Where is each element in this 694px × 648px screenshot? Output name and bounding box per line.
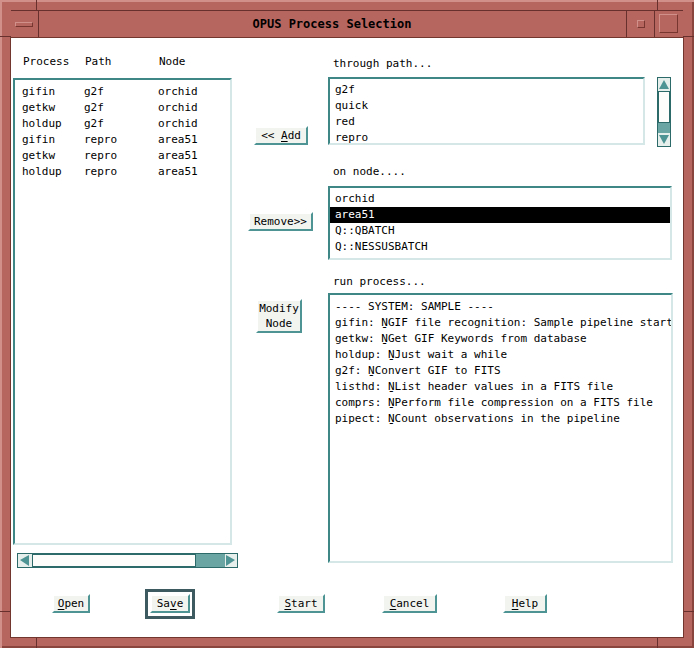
through-path-vscrollbar[interactable] xyxy=(657,77,671,147)
process-list[interactable]: gifing2forchidgetkwg2forchidholdupg2forc… xyxy=(13,78,232,545)
list-item[interactable]: pipect: ṈCount observations in the pipel… xyxy=(330,411,671,427)
minimize-button[interactable] xyxy=(626,11,655,37)
column-header-process: Process xyxy=(23,56,69,68)
cancel-button[interactable]: Cancel xyxy=(382,594,437,613)
scroll-up-icon[interactable] xyxy=(659,80,669,89)
process-row[interactable]: gifinreproarea51 xyxy=(15,132,230,148)
through-path-list[interactable]: g2fquickredrepro xyxy=(328,77,645,145)
run-process-list[interactable]: ---- SYSTEM: SAMPLE ----gifin: ṈGIF file… xyxy=(328,293,673,563)
list-item[interactable]: Q::NESSUSBATCH xyxy=(330,239,670,255)
list-item[interactable]: getkw: ṈGet GIF Keywords from database xyxy=(330,331,671,347)
process-row[interactable]: holdupg2forchid xyxy=(15,116,230,132)
help-button[interactable]: Help xyxy=(503,594,547,613)
hscroll-thumb[interactable] xyxy=(32,554,196,567)
scroll-left-icon[interactable] xyxy=(20,555,29,566)
vscroll-thumb[interactable] xyxy=(658,91,670,123)
column-header-node: Node xyxy=(159,56,186,68)
maximize-icon xyxy=(659,14,678,33)
frame-notch xyxy=(683,36,694,37)
process-list-hscrollbar[interactable] xyxy=(17,553,238,568)
process-row[interactable]: gifing2forchid xyxy=(15,84,230,100)
process-row[interactable]: getkwg2forchid xyxy=(15,100,230,116)
list-item[interactable]: orchid xyxy=(330,191,670,207)
scroll-right-icon[interactable] xyxy=(226,555,235,566)
run-list-rows: ---- SYSTEM: SAMPLE ----gifin: ṈGIF file… xyxy=(330,295,671,427)
list-item[interactable]: comprs: ṈPerform file compression on a F… xyxy=(330,395,671,411)
window-title: OPUS Process Selection xyxy=(0,11,668,37)
list-item[interactable]: repro xyxy=(330,130,643,145)
list-item[interactable]: listhd: ṈList header values in a FITS fi… xyxy=(330,379,671,395)
run-process-label: run process... xyxy=(333,276,426,288)
column-header-path: Path xyxy=(85,56,112,68)
list-item[interactable]: red xyxy=(330,114,643,130)
on-node-list[interactable]: orchidarea51Q::QBATCHQ::NESSUSBATCH xyxy=(328,186,672,260)
list-item[interactable]: gifin: ṈGIF file recognition: Sample pip… xyxy=(330,315,671,331)
frame-notch xyxy=(657,637,658,648)
minimize-icon xyxy=(637,20,645,28)
list-item[interactable]: ---- SYSTEM: SAMPLE ---- xyxy=(330,299,671,315)
through-path-label: through path... xyxy=(333,58,432,70)
on-node-label: on node.... xyxy=(333,166,406,178)
frame-notch xyxy=(683,611,694,612)
process-row[interactable]: getkwreproarea51 xyxy=(15,148,230,164)
list-item[interactable]: area51 xyxy=(330,207,670,223)
process-list-rows: gifing2forchidgetkwg2forchidholdupg2forc… xyxy=(15,80,230,180)
list-item[interactable]: g2f: ṈConvert GIF to FITS xyxy=(330,363,671,379)
process-row[interactable]: holdupreproarea51 xyxy=(15,164,230,180)
add-button[interactable]: << Add xyxy=(254,126,308,145)
start-button[interactable]: Start xyxy=(277,594,325,613)
titlebar[interactable]: OPUS Process Selection xyxy=(11,10,683,38)
list-item[interactable]: Q::QBATCH xyxy=(330,223,670,239)
list-item[interactable]: holdup: ṈJust wait a while xyxy=(330,347,671,363)
save-button[interactable]: Save xyxy=(150,594,190,613)
open-button[interactable]: Open xyxy=(52,594,90,613)
modify-node-button[interactable]: Modify Node xyxy=(256,299,302,333)
through-list-rows: g2fquickredrepro xyxy=(330,79,643,145)
maximize-button[interactable] xyxy=(654,11,683,37)
list-item[interactable]: g2f xyxy=(330,82,643,98)
window: OPUS Process Selection Process Path Node… xyxy=(0,0,694,648)
frame-notch xyxy=(0,611,11,612)
scroll-down-icon[interactable] xyxy=(659,135,669,144)
save-button-default-ring: Save xyxy=(145,589,195,619)
frame-notch xyxy=(36,637,37,648)
remove-button[interactable]: Remove>> xyxy=(248,212,313,231)
list-item[interactable]: quick xyxy=(330,98,643,114)
node-list-rows: orchidarea51Q::QBATCHQ::NESSUSBATCH xyxy=(330,188,670,255)
